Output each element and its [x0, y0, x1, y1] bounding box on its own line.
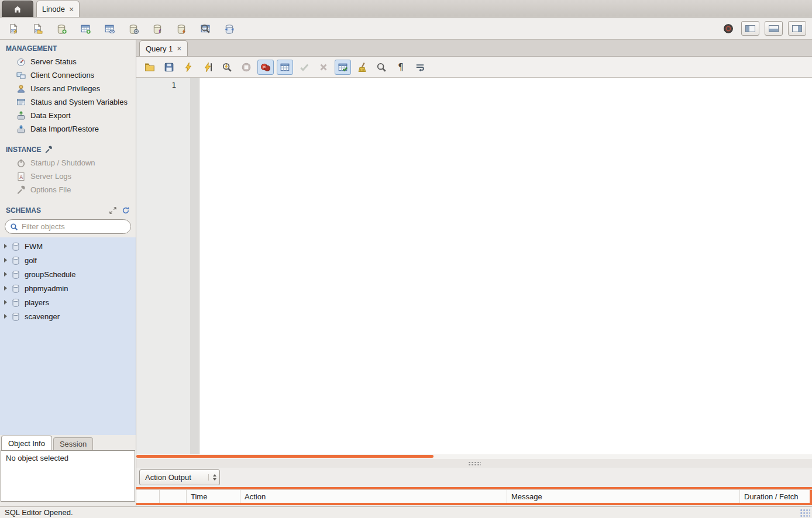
query-tab-label: Query 1	[146, 44, 173, 53]
autocommit-icon	[338, 62, 348, 72]
connection-tab-linode[interactable]: Linode ×	[36, 1, 80, 17]
expander-icon[interactable]	[4, 286, 7, 291]
schema-row-groupschedule[interactable]: groupSchedule	[0, 267, 136, 281]
rollback-icon	[318, 62, 329, 72]
beautify-button[interactable]	[354, 60, 370, 75]
query-tabbar: Query 1 ×	[136, 40, 812, 57]
sidebar-item-users-privileges[interactable]: Users and Privileges	[0, 82, 136, 95]
toggle-right-sidebar-button[interactable]	[788, 21, 806, 36]
schema-row-phpmyadmin[interactable]: phpmyadmin	[0, 281, 136, 295]
create-view-icon	[104, 23, 115, 34]
schema-row-fwm[interactable]: FWM	[0, 239, 136, 253]
create-procedure-button[interactable]	[126, 21, 141, 36]
fold-margin	[190, 78, 199, 454]
reconnect-dbms-button[interactable]	[222, 21, 237, 36]
splitter-handle-icon[interactable]	[468, 461, 481, 466]
rollback-button	[315, 60, 332, 75]
schema-row-players[interactable]: players	[0, 295, 136, 309]
find-button[interactable]	[373, 60, 390, 75]
sidebar-item-options-file[interactable]: Options File	[0, 183, 136, 196]
sidebar-item-startup-shutdown[interactable]: Startup / Shutdown	[0, 156, 136, 170]
create-function-icon: f	[152, 23, 163, 34]
schema-filter-input[interactable]	[22, 222, 126, 231]
app-window: Linode × f MANAGEMENT Serv	[0, 0, 812, 518]
limit-rows-button[interactable]	[277, 60, 293, 75]
output-col-time[interactable]: Time	[187, 490, 240, 503]
sidebar-item-status-system-variables[interactable]: Status and System Variables	[0, 95, 136, 109]
editor-horizontal-scrollbar[interactable]	[136, 454, 812, 459]
stop-on-error-icon	[260, 62, 271, 72]
create-view-button[interactable]	[102, 21, 117, 36]
output-splitter[interactable]	[136, 459, 812, 468]
tab-object-info[interactable]: Object Info	[1, 436, 52, 450]
system-variables-icon	[16, 98, 26, 107]
sidebar-item-server-logs[interactable]: A Server Logs	[0, 170, 136, 183]
output-view-selector[interactable]: Action Output	[139, 469, 220, 485]
info-tabbar: Object Info Session	[0, 435, 136, 450]
schema-tree[interactable]: FWM golf groupSchedule phpmyadmin	[0, 237, 136, 435]
save-script-button[interactable]	[161, 60, 177, 75]
beautify-icon	[357, 62, 367, 72]
close-icon[interactable]: ×	[177, 44, 181, 53]
sidebar-item-label: Startup / Shutdown	[30, 158, 95, 167]
schema-icon	[11, 298, 20, 307]
close-icon[interactable]: ×	[69, 5, 74, 13]
expander-icon[interactable]	[4, 272, 7, 277]
create-function-button[interactable]: f	[150, 21, 165, 36]
resize-grip-icon[interactable]	[800, 509, 810, 517]
wrap-text-icon	[415, 62, 425, 72]
options-file-icon	[16, 185, 26, 195]
folder-icon	[144, 62, 155, 72]
toggle-left-sidebar-button[interactable]	[741, 21, 759, 36]
create-procedure-icon	[128, 23, 139, 34]
expander-icon[interactable]	[4, 244, 7, 248]
new-query-tab-button[interactable]	[6, 21, 21, 36]
open-sql-script-button[interactable]	[30, 21, 45, 36]
invisible-characters-button[interactable]: ¶	[393, 60, 409, 75]
query-tab-1[interactable]: Query 1 ×	[139, 40, 188, 56]
toggle-bottom-output-button[interactable]	[765, 21, 783, 36]
sidebar-item-server-status[interactable]: Server Status	[0, 55, 136, 68]
explain-button[interactable]	[219, 60, 235, 75]
status-indicator-button[interactable]	[721, 21, 736, 36]
execute-current-statement-button[interactable]	[199, 60, 216, 75]
sidebar-item-data-export[interactable]: Data Export	[0, 109, 136, 122]
search-table-data-button[interactable]	[198, 21, 213, 36]
schema-row-golf[interactable]: golf	[0, 253, 136, 267]
toggle-right-sidebar-icon	[792, 25, 802, 32]
create-table-button[interactable]	[78, 21, 93, 36]
wrap-text-button[interactable]	[412, 60, 428, 75]
output-col-duration[interactable]: Duration / Fetch	[740, 490, 812, 503]
output-col-icon	[136, 490, 160, 503]
output-col-action[interactable]: Action	[240, 490, 507, 503]
sidebar-item-label: Server Status	[30, 57, 77, 66]
execute-button[interactable]	[180, 60, 197, 75]
schema-row-scavenger[interactable]: scavenger	[0, 309, 136, 323]
code-area[interactable]	[199, 78, 812, 454]
sidebar-item-client-connections[interactable]: Client Connections	[0, 68, 136, 82]
toggle-stop-on-error-button[interactable]	[257, 60, 274, 75]
expander-icon[interactable]	[4, 258, 7, 263]
open-sql-script-icon	[32, 23, 43, 34]
sql-editor[interactable]: 1	[136, 78, 812, 454]
scrollbar-thumb[interactable]	[136, 455, 433, 458]
expand-schemas-icon[interactable]	[109, 206, 117, 215]
instance-section-header: INSTANCE	[0, 141, 136, 156]
open-script-button[interactable]	[142, 60, 158, 75]
output-vertical-scrollbar[interactable]	[810, 490, 812, 503]
expander-icon[interactable]	[4, 300, 7, 305]
sidebar-item-data-import-restore[interactable]: Data Import/Restore	[0, 122, 136, 136]
toggle-autocommit-button[interactable]	[335, 60, 351, 75]
output-bottom-scrollbar[interactable]	[136, 503, 812, 505]
create-schema-button[interactable]	[54, 21, 69, 36]
expander-icon[interactable]	[4, 314, 7, 319]
tab-session[interactable]: Session	[53, 437, 93, 450]
output-col-message[interactable]: Message	[507, 490, 740, 503]
home-tab[interactable]	[2, 1, 33, 17]
output-panel: Action Output Time Action Message Durati…	[136, 468, 812, 506]
refresh-schemas-icon[interactable]	[122, 206, 130, 215]
create-trigger-button[interactable]	[174, 21, 189, 36]
schema-filter[interactable]	[5, 219, 131, 234]
search-table-data-icon	[200, 23, 211, 34]
line-number: 1	[171, 81, 176, 89]
